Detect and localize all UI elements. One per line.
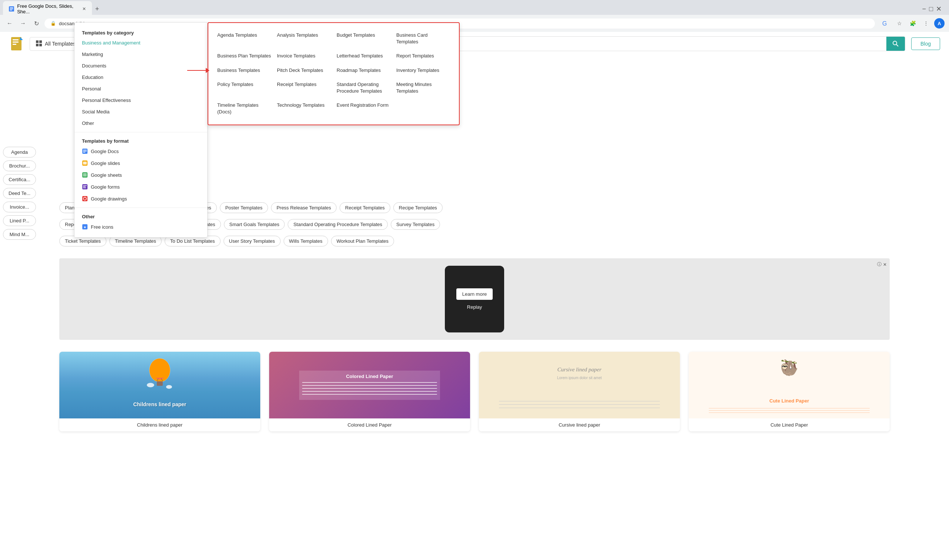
tag-user-story[interactable]: User Story Templates (223, 236, 281, 246)
flyout-item-receipt[interactable]: Receipt Templates (275, 80, 332, 96)
browser-minimize[interactable]: − (922, 5, 926, 13)
dropdown-item-personal[interactable]: Personal (74, 83, 207, 94)
tag-recipe[interactable]: Recipe Templates (393, 202, 443, 213)
google-sheets-label: Google sheets (91, 172, 122, 178)
ad-close-button[interactable]: ⓘ ✕ (877, 261, 887, 268)
sidebar-tag-mind[interactable]: Mind M... (3, 229, 36, 240)
active-tab[interactable]: Free Google Docs, Slides, She... ✕ (3, 1, 92, 17)
beige-line-1 (499, 401, 660, 402)
google-docs-label: Google Docs (91, 149, 118, 154)
flyout-item-meeting[interactable]: Meeting Minutes Templates (395, 80, 452, 96)
dropdown-item-social-media[interactable]: Social Media (74, 106, 207, 117)
ad-learn-more[interactable]: Learn more (456, 288, 493, 300)
flyout-item-agenda[interactable]: Agenda Templates (216, 31, 272, 47)
menu-button[interactable]: ⋮ (921, 18, 931, 29)
back-button[interactable]: ← (5, 18, 15, 29)
line-2 (302, 385, 437, 386)
dropdown-item-free-icons[interactable]: ★ Free icons (74, 221, 207, 233)
card-image-beige: Cursive lined paper Lorem ipsum dolor si… (479, 352, 680, 418)
template-card-colored-lined[interactable]: Colored Lined Paper Colored Lined Paper (269, 352, 470, 431)
line-5 (302, 394, 437, 395)
flyout-item-business-card[interactable]: Business Card Templates (395, 31, 452, 47)
dropdown-item-google-forms[interactable]: Google forms (74, 181, 207, 193)
cute-line-3 (709, 412, 870, 413)
cute-paper-title: Cute Lined Paper (770, 398, 809, 404)
google-docs-icon (82, 148, 88, 154)
cursive-text: Cursive lined paper (557, 366, 601, 373)
sidebar-tag-lined[interactable]: Lined P... (3, 215, 36, 226)
dropdown-item-other-category[interactable]: Other (74, 117, 207, 129)
dropdown-item-business[interactable]: Business and Management (74, 37, 207, 49)
tab-bar: Free Google Docs, Slides, She... ✕ + − □… (0, 0, 949, 15)
svg-rect-2 (10, 9, 13, 9)
flyout-item-roadmap[interactable]: Roadmap Templates (335, 66, 392, 75)
browser-maximize[interactable]: □ (929, 5, 933, 13)
sidebar-tag-invoice[interactable]: Invoice... (3, 202, 36, 212)
template-card-cute-lined[interactable]: 🦥 Cute Lined Paper Cute Lined Paper (689, 352, 890, 431)
dropdown-item-google-docs[interactable]: Google Docs (74, 145, 207, 157)
line-4 (302, 391, 437, 392)
svg-rect-19 (83, 152, 85, 153)
flyout-item-invoice[interactable]: Invoice Templates (275, 51, 332, 61)
flyout-item-inventory[interactable]: Inventory Templates (395, 66, 452, 75)
svg-rect-24 (83, 175, 87, 175)
bookmark-button[interactable]: ☆ (894, 18, 904, 29)
sidebar-tag-certificate[interactable]: Certifica... (3, 174, 36, 185)
tag-wills[interactable]: Wills Templates (284, 236, 328, 246)
extension-button[interactable]: 🧩 (907, 18, 918, 29)
ad-close-icon[interactable]: ✕ (883, 262, 887, 267)
dropdown-item-google-slides[interactable]: Google slides (74, 157, 207, 169)
cute-lines (709, 406, 870, 415)
sidebar-tag-brochure[interactable]: Brochur... (3, 160, 36, 171)
flyout-item-budget[interactable]: Budget Templates (335, 31, 392, 47)
new-tab-button[interactable]: + (92, 4, 102, 14)
balloon-illustration (145, 355, 175, 392)
tag-press-release[interactable]: Press Release Templates (271, 202, 337, 213)
profile-button[interactable]: A (934, 18, 944, 29)
google-icon[interactable]: G (881, 18, 891, 29)
flyout-item-analysis[interactable]: Analysis Templates (275, 31, 332, 47)
template-card-cursive-lined[interactable]: Cursive lined paper Lorem ipsum dolor si… (479, 352, 680, 431)
flyout-item-pitch-deck[interactable]: Pitch Deck Templates (275, 66, 332, 75)
sidebar-tag-agenda[interactable]: Agenda (3, 147, 36, 157)
tag-smart-goals[interactable]: Smart Goals Templates (224, 219, 285, 230)
dropdown-item-google-sheets[interactable]: Google sheets (74, 169, 207, 181)
browser-action-buttons: G ☆ 🧩 ⋮ A (881, 18, 944, 29)
svg-rect-28 (83, 186, 86, 187)
site-logo[interactable] (9, 36, 24, 51)
flyout-item-technology[interactable]: Technology Templates (275, 100, 332, 117)
tag-survey[interactable]: Survey Templates (391, 219, 440, 230)
tag-poster[interactable]: Poster Templates (220, 202, 268, 213)
tag-sop[interactable]: Standard Operating Procedure Templates (288, 219, 388, 230)
svg-line-15 (896, 45, 898, 46)
tab-close-button[interactable]: ✕ (82, 6, 86, 11)
flyout-item-sop[interactable]: Standard Operating Procedure Templates (335, 80, 392, 96)
svg-text:★: ★ (83, 225, 86, 229)
search-button[interactable] (886, 37, 905, 51)
flyout-item-timeline[interactable]: Timeline Templates (Docs) (216, 100, 272, 117)
flyout-item-report[interactable]: Report Templates (395, 51, 452, 61)
flyout-item-business[interactable]: Business Templates (216, 66, 272, 75)
page-content: All Templates ▲ Blog Templates by catego… (0, 32, 949, 560)
logo-icon (10, 35, 23, 52)
blog-button[interactable]: Blog (911, 37, 940, 50)
flyout-item-letterhead[interactable]: Letterhead Templates (335, 51, 392, 61)
svg-point-42 (166, 385, 172, 389)
dropdown-item-personal-effectiveness[interactable]: Personal Effectiveness (74, 94, 207, 106)
sidebar-tag-deed[interactable]: Deed Te... (3, 188, 36, 198)
card-image-orange: 🦥 Cute Lined Paper (689, 352, 890, 418)
forward-button[interactable]: → (18, 18, 28, 29)
tag-workout[interactable]: Workout Plan Templates (331, 236, 394, 246)
template-card-childrens-lined[interactable]: Childrens lined paper Childrens lined pa… (59, 352, 260, 431)
svg-rect-21 (83, 162, 87, 165)
flyout-item-event[interactable]: Event Registration Form (335, 100, 392, 117)
tag-receipt[interactable]: Receipt Templates (340, 202, 390, 213)
browser-close-btn[interactable]: ✕ (936, 5, 941, 13)
svg-rect-7 (12, 39, 18, 40)
reload-button[interactable]: ↻ (31, 18, 42, 29)
dropdown-item-google-drawings[interactable]: Google drawings (74, 193, 207, 205)
flyout-item-policy[interactable]: Policy Templates (216, 80, 272, 96)
ad-replay[interactable]: Replay (467, 304, 482, 310)
dropdown-item-marketing[interactable]: Marketing (74, 49, 207, 60)
flyout-item-business-plan[interactable]: Business Plan Templates (216, 51, 272, 61)
